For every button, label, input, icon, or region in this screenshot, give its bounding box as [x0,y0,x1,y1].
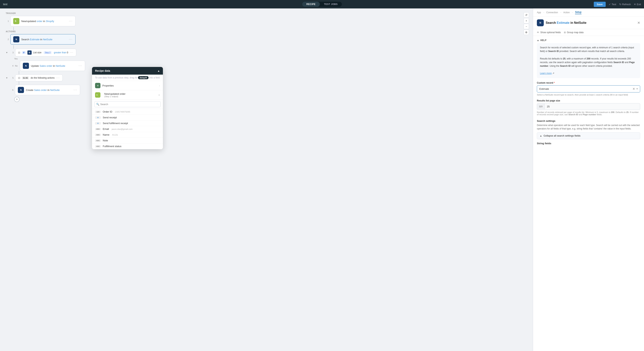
custom-record-label: Custom record * [537,82,640,84]
step-4-more[interactable]: ··· [78,64,82,68]
test-link[interactable]: ✓ Test [609,3,616,6]
connector-1-2 [14,27,14,31]
step-4-card[interactable]: N Update Sales order in NetSuite ··· [20,61,85,71]
field-name-sendfulfillment: Send fulfillment receipt [103,122,128,125]
step-3-row: ▼ 3 ⊟ IF N List size Step 2 greater than… [6,49,527,56]
shopify-section[interactable]: S New/updated order (Step 1 output) ▾ [92,90,163,100]
properties-icon: ≡ [95,83,100,88]
type-badge-sendfulfillment: ⊙ [95,122,101,125]
panel-ns-icon: N [537,19,544,26]
step-2-more[interactable]: ··· [69,38,73,41]
data-row-fulfillment-status[interactable]: ABC Fulfillment status [92,143,163,149]
collapse-all-button[interactable]: ▲ Collapse all search settings fields [537,132,640,139]
step-5-expand[interactable]: ▼ [6,77,8,79]
step-6-text: Create Sales order in NetSuite [26,89,72,92]
save-button[interactable]: Save [594,2,606,7]
data-row-send-fulfillment[interactable]: ⊙ Send fulfillment receipt [92,120,163,126]
breadcrumb-connection[interactable]: Connection [546,11,558,14]
tab-recipe[interactable]: RECIPE [302,2,320,7]
step-ref-badge: Step 2 [44,51,52,54]
required-indicator: * [554,82,555,84]
help-section: ▲ HELP Search for records of selected cu… [537,39,640,78]
refresh-link[interactable]: ↻ Refresh [619,3,631,6]
step-4-row: 4 No N Update Sales order in NetSuite ··… [10,61,527,71]
help-box: Search for records of selected custom re… [537,43,640,78]
step-1-card[interactable]: S New/updated order in Shopify ··· [10,16,76,26]
recipe-search-icon: 🔍 [96,103,99,106]
collapse-all-label: Collapse all search settings fields [544,134,580,137]
condition-text: greater than 0 [54,51,68,54]
tab-test-jobs[interactable]: TEST JOBS [320,2,342,7]
type-badge-note: ABC [95,139,101,142]
shopify-section-text: New/updated order (Step 1 output) [104,93,126,98]
actions-label: ACTIONS [6,31,527,33]
custom-record-select[interactable]: Estimate ✕ ▾ [537,85,640,93]
panel-title: Search Estimate in NetSuite [546,21,636,25]
step-2-num: 2 [6,38,9,41]
data-row-email[interactable]: ABC Email jason.doe@gmail.com [92,126,163,132]
recipe-popup-subtitle: To use data from a previous step, drag i… [92,75,163,81]
properties-label: Properties [102,84,114,87]
step-3-expand[interactable]: ▼ [6,51,8,54]
breadcrumb-app[interactable]: App [537,11,541,14]
zoom-out-button[interactable]: − [524,24,529,29]
fit-view-button[interactable]: ⊕ [524,30,529,35]
step-5-more[interactable]: ··· [56,76,60,80]
help-toggle[interactable]: ▲ HELP [537,39,640,42]
data-row-name[interactable]: ABC Name #1131 [92,132,163,138]
results-list-input[interactable] [544,103,581,110]
panel-close-button[interactable]: ✕ [637,21,640,25]
panel-options: 👁 Show optional fields ⊞ Group map data [533,29,644,36]
step-3-card[interactable]: ⊟ IF N List size Step 2 greater than 0 ·… [15,49,76,56]
recipe-popup-collapse-icon[interactable]: ▲ [157,70,160,72]
step-1-more[interactable]: ··· [69,19,73,23]
add-step-button[interactable]: + [14,97,20,102]
netsuite-icon-4: N [23,63,29,69]
breadcrumb-arrow-2: → [560,11,562,14]
panel-header: N Search Estimate in NetSuite ✕ [533,17,644,29]
shopify-section-icon: S [95,92,100,98]
step-1-container: 1 S New/updated order in Shopify ··· [6,16,527,26]
exit-link[interactable]: ✕ Exit [634,3,641,6]
custom-record-clear-button[interactable]: ✕ [632,87,635,91]
type-badge-sendreceipt: ⊙ [95,116,101,119]
step-6-more[interactable]: ··· [74,88,77,92]
help-paragraph-2: Results list defaults to 25, with a maxi… [540,57,637,68]
data-row-order-id[interactable]: 123 Order ID 2305749975095 [92,109,163,115]
results-list-input-wrap: 123 [537,103,640,110]
connector-2-3 [14,45,14,49]
group-map-data-button[interactable]: ⊞ Group map data [564,31,584,34]
recipe-popup-header: Recipe data ▲ [92,67,163,75]
learn-more-link[interactable]: Learn more [540,72,552,75]
custom-record-hint: Select a NetSuite record type to search,… [537,94,640,96]
test-icon: ✓ [609,3,611,6]
topbar: test RECIPE TEST JOBS Save ✓ Test ↻ Refr… [0,0,644,9]
zoom-in-button[interactable]: + [524,18,529,24]
recipe-search-input[interactable] [94,101,160,107]
breadcrumb-setup[interactable]: Setup [575,11,581,14]
else-filter-icon: ⊟ [18,76,20,79]
step-1-text: New/updated order in Shopify [21,20,67,23]
breadcrumb-action[interactable]: Action [563,11,570,14]
show-optional-fields-button[interactable]: 👁 Show optional fields [537,31,561,34]
canvas-controls: ↺ + − ⊕ [524,12,529,35]
recipe-popup-title: Recipe data [95,69,110,72]
data-row-note[interactable]: ABC Note [92,138,163,143]
step-1-num: 1 [6,20,9,22]
custom-record-arrow-icon: ▾ [636,88,638,90]
properties-section[interactable]: ≡ Properties › [92,81,163,90]
else-text: do the following actions [31,77,55,79]
recipe-search-bar: 🔍 [92,100,163,109]
right-panel: App → Connection → Action → Setup N Sear… [533,9,644,351]
data-row-send-receipt[interactable]: ⊙ Send receipt [92,115,163,120]
field-value-orderid: 2305749975095 [115,111,130,113]
reset-view-button[interactable]: ↺ [524,12,529,18]
step-5-card[interactable]: ⊟ ELSE do the following actions ··· [15,74,63,81]
step-6-card[interactable]: N Create Sales order in NetSuite ··· [15,85,80,95]
step-2-row: 2 N Search Estimate in NetSuite ··· [6,34,527,45]
step-3-more[interactable]: ··· [70,51,74,54]
recipe-popup: Recipe data ▲ To use data from a previou… [92,67,163,149]
step-2-card[interactable]: N Search Estimate in NetSuite ··· [10,34,76,45]
step-6-num: 6 [10,89,14,91]
type-badge-orderid: 123 [95,111,101,113]
